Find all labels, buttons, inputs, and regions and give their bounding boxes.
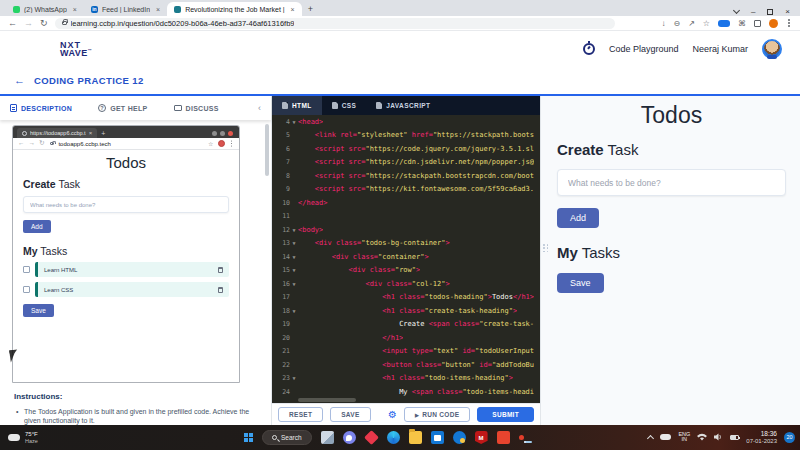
user-name[interactable]: Neeraj Kumar [692, 44, 748, 54]
collapse-panel-icon[interactable]: ‹ [258, 103, 261, 113]
fold-arrow-icon[interactable]: ▼ [290, 281, 298, 287]
fold-arrow-icon[interactable]: ▼ [290, 254, 298, 260]
fold-arrow-icon[interactable]: ▼ [290, 308, 298, 314]
preview-todo-input[interactable] [23, 196, 229, 213]
battery-icon[interactable] [730, 435, 739, 440]
browser-tab-linkedin[interactable]: in Feed | LinkedIn × [84, 2, 167, 16]
profile-avatar-icon[interactable] [218, 140, 225, 147]
minimize-button[interactable]: – [751, 7, 755, 16]
browser-tab-active[interactable]: Revolutionizing the Job Market | × [167, 2, 302, 16]
edge-icon[interactable] [387, 431, 400, 444]
app-icon-blue-circle[interactable] [453, 431, 466, 444]
maximize-button[interactable] [767, 9, 773, 15]
chrome-taskbar-button[interactable] [519, 436, 523, 440]
fold-arrow-icon[interactable]: ▼ [290, 375, 298, 381]
code-area[interactable]: 4▼<head>5 <link rel="stylesheet" href="h… [272, 115, 540, 403]
reset-button[interactable]: RESET [278, 407, 323, 422]
fold-arrow-icon[interactable]: ▼ [290, 267, 298, 273]
volume-icon[interactable] [714, 433, 723, 441]
run-code-button[interactable]: ▶RUN CODE [404, 407, 470, 422]
back-arrow-icon[interactable]: ← [14, 75, 25, 86]
profile-avatar-icon[interactable] [769, 19, 778, 28]
tab-get-help[interactable]: ? GET HELP [98, 104, 147, 112]
delete-trash-icon[interactable] [218, 267, 223, 273]
hidden-icons-chevron[interactable] [647, 435, 654, 442]
editor-tab-html[interactable]: HTML [272, 96, 322, 115]
wifi-icon[interactable] [697, 433, 707, 441]
notification-count-badge[interactable]: 20 [784, 432, 795, 443]
save-button[interactable]: SAVE [330, 407, 370, 422]
fold-arrow-icon[interactable]: ▼ [290, 227, 298, 233]
browser-tab-whatsapp[interactable]: (2) WhatsApp × [6, 2, 84, 16]
task-checkbox[interactable] [23, 266, 30, 273]
user-avatar[interactable] [762, 39, 782, 59]
onedrive-cloud-icon[interactable] [660, 434, 671, 440]
back-icon[interactable]: ← [8, 19, 17, 28]
close-tab-icon[interactable]: × [89, 130, 93, 136]
output-save-button[interactable]: Save [557, 273, 604, 293]
output-add-button[interactable]: Add [557, 208, 599, 228]
task-card[interactable]: Learn CSS [35, 282, 229, 297]
editor-tab-css[interactable]: CSS [322, 96, 367, 115]
submit-button[interactable]: SUBMIT [477, 407, 534, 422]
close-window-button[interactable] [228, 131, 233, 136]
editor-tab-javascript[interactable]: JAVASCRIPT [366, 96, 440, 115]
refresh-icon[interactable]: ↻ [39, 140, 44, 147]
tab-description[interactable]: DESCRIPTION [10, 104, 72, 112]
line-number: 22 [272, 361, 290, 369]
app-icon-orange[interactable] [497, 431, 510, 444]
close-tab-icon[interactable]: × [73, 6, 77, 13]
start-button[interactable] [244, 433, 253, 442]
extension-pill-icon[interactable] [718, 20, 730, 27]
taskbar-search[interactable]: Search [262, 430, 312, 445]
preview-tab[interactable]: https://todoapp6.ccbp.t × [17, 128, 97, 138]
back-icon[interactable]: ← [18, 140, 25, 147]
output-todo-input[interactable] [557, 169, 786, 196]
bookmark-star-icon[interactable]: ☆ [208, 140, 213, 147]
panel-drag-handle[interactable] [543, 244, 549, 252]
bookmark-star-icon[interactable]: ☆ [703, 19, 710, 28]
app-icon-red-diamond[interactable] [364, 430, 379, 445]
file-explorer-icon[interactable] [409, 431, 422, 444]
nxtwave-logo[interactable]: NXT WAVE™ [60, 41, 92, 57]
code-playground-link[interactable]: Code Playground [609, 44, 679, 54]
microsoft-store-icon[interactable] [431, 431, 444, 444]
chevron-down-icon[interactable] [733, 6, 740, 13]
teams-chat-icon[interactable] [343, 431, 356, 444]
forward-icon[interactable]: → [29, 140, 36, 147]
task-card[interactable]: Learn HTML [35, 262, 229, 277]
horizontal-scrollbar[interactable] [298, 398, 356, 402]
maximize-button[interactable] [220, 131, 225, 136]
side-panel-icon[interactable] [754, 20, 761, 27]
forward-icon[interactable]: → [24, 19, 33, 28]
browser-menu-icon[interactable] [231, 143, 233, 145]
stopwatch-icon[interactable] [583, 43, 595, 55]
tab-discuss[interactable]: DISCUSS [174, 105, 219, 112]
close-window-button[interactable]: × [785, 7, 790, 16]
address-field[interactable]: learning.ccbp.in/question/0dc50209-b06a-… [55, 18, 615, 29]
taskbar-clock[interactable]: 18:36 07-01-2023 [746, 430, 777, 445]
close-tab-icon[interactable]: × [291, 6, 295, 13]
fold-arrow-icon[interactable]: ▼ [290, 240, 298, 246]
new-tab-button[interactable]: + [308, 4, 313, 14]
fold-arrow-icon[interactable]: ▼ [290, 119, 298, 125]
task-view-icon[interactable] [321, 431, 334, 444]
browser-menu-icon[interactable] [788, 22, 790, 24]
mcafee-icon[interactable]: M [475, 431, 488, 444]
task-checkbox[interactable] [23, 286, 30, 293]
close-tab-icon[interactable]: × [156, 6, 160, 13]
minimize-button[interactable] [212, 131, 217, 136]
panel-scrollbar[interactable] [265, 124, 269, 176]
extensions-puzzle-icon[interactable]: ⌘ [738, 19, 746, 28]
download-icon[interactable]: ↓ [661, 19, 665, 28]
refresh-icon[interactable]: ↻ [40, 19, 48, 28]
language-indicator[interactable]: ENG IN [678, 432, 690, 444]
new-tab-button[interactable]: + [101, 130, 105, 137]
delete-trash-icon[interactable] [218, 287, 223, 293]
preview-add-button[interactable]: Add [23, 220, 51, 233]
settings-gear-icon[interactable]: ⚙ [388, 410, 397, 420]
zoom-icon[interactable]: ⊖ [673, 19, 680, 28]
preview-save-button[interactable]: Save [23, 304, 54, 317]
share-icon[interactable]: ↗ [688, 19, 695, 28]
taskbar-weather[interactable]: 75°F Haze [8, 431, 38, 444]
